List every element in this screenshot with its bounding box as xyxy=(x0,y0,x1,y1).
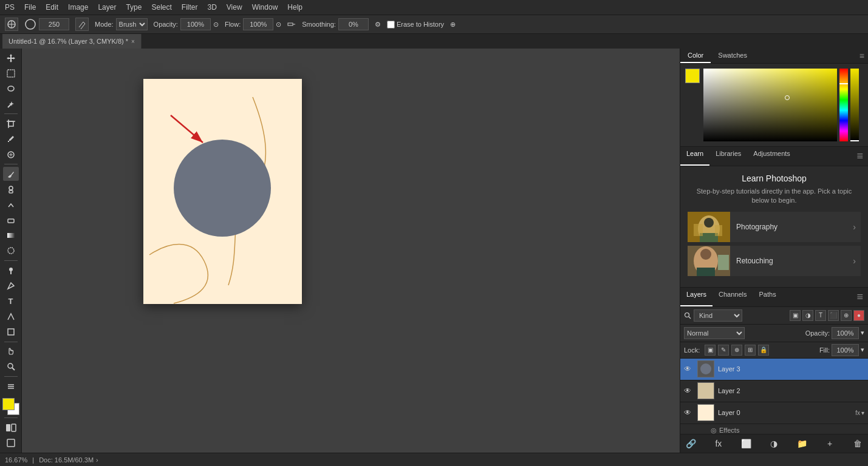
tab-paths[interactable]: Paths xyxy=(753,288,782,306)
selection-tool[interactable] xyxy=(3,66,19,80)
layer-item-3[interactable]: 👁 Layer 3 xyxy=(680,359,868,380)
menu-type[interactable]: Type xyxy=(126,3,142,12)
tab-swatches[interactable]: Swatches xyxy=(711,49,754,63)
new-adjustment-btn[interactable]: ◑ xyxy=(767,437,781,450)
magic-wand-tool[interactable] xyxy=(3,97,19,111)
tutorial-item-photography[interactable]: Photography › xyxy=(688,212,861,242)
menu-image[interactable]: Image xyxy=(68,3,88,12)
opacity-row-input[interactable]: 100% xyxy=(832,327,859,339)
layer-0-visibility[interactable]: 👁 xyxy=(684,408,695,417)
layers-panel-more[interactable]: ≡ xyxy=(852,288,868,306)
mode-select[interactable]: Brush Pencil Block xyxy=(116,18,148,30)
delete-layer-btn[interactable]: 🗑 xyxy=(851,437,864,450)
effects-row[interactable]: ◎ Effects xyxy=(711,427,864,434)
menu-edit[interactable]: Edit xyxy=(46,3,58,12)
new-layer-btn[interactable]: + xyxy=(823,437,836,450)
link-layers-btn[interactable]: 🔗 xyxy=(684,437,697,450)
lock-position-btn[interactable]: ⊕ xyxy=(731,345,742,356)
app-menu-ps[interactable]: PS xyxy=(5,3,15,12)
layer-2-visibility[interactable]: 👁 xyxy=(684,387,695,395)
path-selection-tool[interactable] xyxy=(3,309,19,323)
menu-filter[interactable]: Filter xyxy=(182,3,198,12)
opacity-row-chevron[interactable]: ▾ xyxy=(861,329,864,337)
color-gradient-picker[interactable] xyxy=(703,69,837,141)
color-panel-expand[interactable]: ≡ xyxy=(856,49,868,63)
filter-adjustment-btn[interactable]: ◑ xyxy=(802,310,813,321)
lock-pixels-btn[interactable]: ✎ xyxy=(718,345,729,356)
filter-smart-btn[interactable]: ⊕ xyxy=(841,310,852,321)
brush-tool[interactable] xyxy=(3,167,19,181)
tab-learn[interactable]: Learn xyxy=(680,147,709,166)
blend-mode-select[interactable]: Normal Multiply Screen Overlay xyxy=(684,327,745,339)
add-mask-btn[interactable]: ⬜ xyxy=(740,437,753,450)
settings-icon[interactable]: ⚙ xyxy=(375,21,381,29)
filter-type-btn[interactable]: T xyxy=(815,310,826,321)
lasso-tool[interactable] xyxy=(3,82,19,96)
fill-input[interactable]: 100% xyxy=(832,344,859,356)
foreground-color-swatch[interactable] xyxy=(2,398,15,410)
airbrush-btn[interactable] xyxy=(287,20,296,29)
menu-select[interactable]: Select xyxy=(151,3,171,12)
dodge-tool[interactable] xyxy=(3,263,19,277)
lock-all-btn[interactable]: 🔒 xyxy=(758,345,769,356)
tab-layers[interactable]: Layers xyxy=(680,288,713,306)
menu-file[interactable]: File xyxy=(24,3,36,12)
smoothing-input[interactable]: 0% xyxy=(338,18,369,30)
move-tool[interactable] xyxy=(3,51,19,65)
brush-picker[interactable] xyxy=(75,18,89,31)
document-tab[interactable]: Untitled-1 @ 16.7% (Layer 3, CMYK/8) * × xyxy=(2,34,142,49)
svg-point-15 xyxy=(9,186,13,190)
layer-filter-select[interactable]: Kind xyxy=(694,309,742,322)
close-tab-button[interactable]: × xyxy=(131,38,135,45)
pen-tool[interactable] xyxy=(3,279,19,292)
layer-0-expand[interactable]: ▾ xyxy=(861,410,864,416)
layer-item-2[interactable]: 👁 Layer 2 xyxy=(680,380,868,402)
filter-pixel-btn[interactable]: ▣ xyxy=(790,310,801,321)
flow-input[interactable]: 100% xyxy=(243,18,273,30)
active-color-swatch[interactable] xyxy=(685,69,700,83)
zoom-tool[interactable] xyxy=(3,360,19,374)
symmetry-icon[interactable]: ⊕ xyxy=(450,21,456,29)
hand-tool[interactable] xyxy=(3,344,19,358)
brush-size-input[interactable]: 250 xyxy=(39,18,69,30)
menu-layer[interactable]: Layer xyxy=(98,3,116,12)
new-group-btn[interactable]: 📁 xyxy=(795,437,808,450)
filter-active-indicator[interactable]: ● xyxy=(853,310,864,321)
tool-preset-picker[interactable] xyxy=(5,18,18,31)
menu-window[interactable]: Window xyxy=(252,3,278,12)
lock-transparency-btn[interactable]: ▣ xyxy=(705,345,716,356)
erase-to-history-checkbox[interactable] xyxy=(387,21,395,29)
hue-strip[interactable] xyxy=(839,69,848,141)
add-layer-style-btn[interactable]: fx xyxy=(712,437,725,450)
shape-tool[interactable] xyxy=(3,325,19,339)
lock-artboard-btn[interactable]: ⊞ xyxy=(745,345,756,356)
eyedropper-tool[interactable] xyxy=(3,132,19,146)
filter-shape-btn[interactable]: ⬛ xyxy=(828,310,839,321)
blur-tool[interactable] xyxy=(3,244,19,258)
layer-3-visibility[interactable]: 👁 xyxy=(684,365,695,373)
opacity-input[interactable]: 100% xyxy=(180,18,211,30)
crop-tool[interactable] xyxy=(3,116,19,130)
screen-mode-tool[interactable] xyxy=(3,436,19,450)
tab-adjustments[interactable]: Adjustments xyxy=(747,147,796,166)
menu-view[interactable]: View xyxy=(227,3,242,12)
tab-color[interactable]: Color xyxy=(680,49,711,63)
eraser-tool[interactable] xyxy=(3,213,19,227)
tutorial-item-retouching[interactable]: Retouching › xyxy=(688,246,861,276)
tab-libraries[interactable]: Libraries xyxy=(709,147,747,166)
fill-chevron[interactable]: ▾ xyxy=(861,346,864,354)
quick-mask-tool[interactable] xyxy=(3,420,19,434)
layer-item-0[interactable]: 👁 Layer 0 fx ▾ xyxy=(680,402,868,424)
text-tool[interactable]: T xyxy=(3,294,19,308)
menu-help[interactable]: Help xyxy=(287,3,302,12)
extra-tools[interactable] xyxy=(3,379,19,393)
healing-tool[interactable] xyxy=(3,147,19,161)
menu-3d[interactable]: 3D xyxy=(207,3,216,12)
tab-channels[interactable]: Channels xyxy=(713,288,753,306)
learn-panel-more[interactable]: ≡ xyxy=(852,147,868,166)
alpha-strip[interactable] xyxy=(850,69,859,141)
history-brush-tool[interactable] xyxy=(3,198,19,212)
clone-stamp-tool[interactable] xyxy=(3,182,19,196)
status-arrow[interactable]: › xyxy=(96,456,98,464)
gradient-tool[interactable] xyxy=(3,228,19,242)
